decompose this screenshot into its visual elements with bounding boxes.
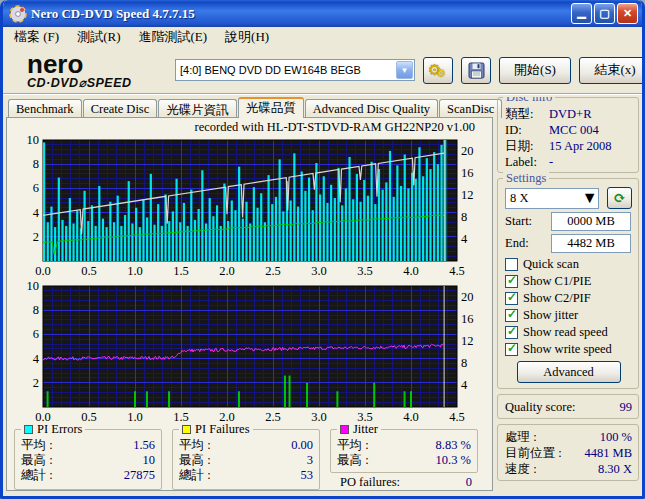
svg-text:2: 2: [33, 230, 39, 244]
menu-advanced-test[interactable]: 進階測試(E): [129, 27, 216, 47]
tab-scandisc[interactable]: ScanDisc: [439, 99, 502, 118]
checkbox-label: Quick scan: [523, 257, 579, 272]
pi-errors-avg: 1.56: [133, 438, 155, 453]
statistics-row: PI Errors 平均 :1.56 最高 :10 總計 :27875 PI F…: [10, 427, 489, 490]
pi-failures-max: 3: [307, 453, 313, 468]
tab-disc-info[interactable]: 光碟片資訊: [158, 99, 237, 118]
svg-text:0.0: 0.0: [35, 264, 51, 278]
tab-page: recorded with HL-DT-STDVD-RAM GH22NP20 v…: [6, 117, 493, 491]
disc-label-label: Label:: [505, 154, 549, 170]
floppy-disk-icon: [468, 62, 485, 79]
svg-text:8: 8: [33, 303, 39, 317]
chevron-down-icon[interactable]: ▼: [582, 189, 598, 207]
quality-score-label: Quality score:: [505, 399, 575, 415]
refresh-icon: ⟳: [613, 189, 626, 207]
svg-text:8: 8: [461, 210, 467, 224]
avg-label: 平均 :: [179, 438, 211, 453]
disc-info-title: Disc info: [503, 97, 555, 105]
svg-text:10: 10: [27, 281, 40, 293]
checkbox-quick-scan[interactable]: Quick scan: [505, 256, 632, 272]
options-button[interactable]: ⚙⚙: [423, 57, 453, 84]
svg-text:4: 4: [33, 352, 40, 366]
checkbox-show-c1-pie[interactable]: Show C1/PIE: [505, 273, 632, 289]
advanced-button[interactable]: Advanced: [517, 361, 621, 383]
pi-errors-title: PI Errors: [37, 422, 82, 437]
settings-title: Settings: [503, 171, 549, 186]
settings-group: Settings 8 X ▼ ⟳ Start: 0000 MB End: 448…: [497, 178, 639, 389]
app-icon: [9, 5, 27, 23]
maximize-button[interactable]: ▢: [594, 3, 615, 24]
svg-text:2.5: 2.5: [265, 410, 281, 424]
svg-text:3.5: 3.5: [357, 264, 373, 278]
svg-text:4: 4: [33, 206, 40, 220]
start-input[interactable]: 0000 MB: [551, 212, 631, 231]
close-icon: ✕: [623, 7, 632, 20]
svg-text:1.0: 1.0: [127, 410, 143, 424]
jitter-max: 10.3 %: [436, 453, 471, 468]
progress-value: 100 %: [600, 429, 632, 445]
close-button[interactable]: ✕: [617, 3, 638, 24]
svg-text:6: 6: [33, 327, 39, 341]
disc-date-label: 日期:: [505, 138, 549, 154]
svg-text:0.5: 0.5: [81, 264, 97, 278]
recorded-with-label: recorded with HL-DT-STDVD-RAM GH22NP20 v…: [10, 120, 489, 135]
pi-failures-box: PI Failures 平均 :0.00 最高 :3 總計 :53: [172, 429, 320, 490]
disc-label-value: -: [549, 154, 553, 170]
start-button[interactable]: 開始(S): [499, 57, 571, 84]
save-button[interactable]: [461, 57, 491, 84]
svg-text:4.0: 4.0: [403, 264, 419, 278]
checkbox-label: Show C1/PIE: [523, 274, 591, 289]
minimize-button[interactable]: ▁: [571, 3, 592, 24]
po-failures-label: PO failures:: [340, 475, 400, 490]
speed-label: 速度 :: [505, 461, 537, 477]
svg-text:4: 4: [461, 378, 468, 392]
disc-type-label: 類型:: [505, 106, 549, 122]
svg-text:4.0: 4.0: [403, 410, 419, 424]
pi-errors-max: 10: [143, 453, 156, 468]
jitter-title: Jitter: [353, 422, 378, 437]
menu-test[interactable]: 測試(R): [68, 27, 129, 47]
svg-text:1.0: 1.0: [127, 264, 143, 278]
checkbox-label: Show read speed: [523, 325, 608, 340]
svg-text:8: 8: [461, 356, 467, 370]
drive-selector-value: [4:0] BENQ DVD DD EW164B BEGB: [176, 64, 396, 76]
svg-text:4.5: 4.5: [449, 410, 465, 424]
checkbox-label: Show jitter: [523, 308, 578, 323]
main-content: Benchmark Create Disc 光碟片資訊 光碟品質 Advance…: [3, 94, 642, 494]
refresh-button[interactable]: ⟳: [607, 187, 632, 209]
checkbox-show-read-speed[interactable]: Show read speed: [505, 324, 632, 340]
quality-score-group: Quality score: 99: [497, 394, 639, 419]
svg-text:12: 12: [461, 334, 474, 348]
svg-text:4: 4: [461, 232, 468, 246]
chevron-down-icon[interactable]: ▼: [396, 61, 413, 79]
exit-button[interactable]: 結束(x): [579, 57, 645, 84]
checkbox-box: [505, 275, 518, 288]
checkbox-box: [505, 326, 518, 339]
drive-selector[interactable]: [4:0] BENQ DVD DD EW164B BEGB ▼: [175, 59, 415, 81]
end-input[interactable]: 4482 MB: [551, 234, 631, 253]
checkbox-show-c2-pif[interactable]: Show C2/PIF: [505, 290, 632, 306]
tab-create-disc[interactable]: Create Disc: [83, 99, 158, 118]
menu-help[interactable]: 說明(H): [216, 27, 278, 47]
svg-text:1.5: 1.5: [173, 264, 189, 278]
menu-file[interactable]: 檔案 (F): [5, 27, 68, 47]
tab-disc-quality[interactable]: 光碟品質: [238, 97, 304, 118]
speed-value: 8.30 X: [598, 461, 632, 477]
speed-selector[interactable]: 8 X ▼: [505, 188, 599, 209]
minimize-icon: ▁: [577, 6, 585, 19]
toolbar: nero CD·DVD⌀SPEED [4:0] BENQ DVD DD EW16…: [3, 47, 642, 94]
checkbox-show-jitter[interactable]: Show jitter: [505, 307, 632, 323]
disc-type-value: DVD+R: [549, 106, 591, 122]
window-title: Nero CD-DVD Speed 4.7.7.15: [31, 6, 571, 22]
pi-failures-swatch: [182, 425, 191, 434]
jitter-swatch: [340, 425, 349, 434]
checkbox-box: [505, 258, 518, 271]
checkbox-show-write-speed[interactable]: Show write speed: [505, 341, 632, 357]
total-label: 總計 :: [179, 468, 211, 483]
tab-advanced-disc-quality[interactable]: Advanced Disc Quality: [305, 99, 438, 118]
svg-text:20: 20: [461, 290, 474, 304]
tab-benchmark[interactable]: Benchmark: [8, 99, 82, 118]
menu-bar: 檔案 (F) 測試(R) 進階測試(E) 說明(H): [3, 27, 642, 47]
app-window: Nero CD-DVD Speed 4.7.7.15 ▁ ▢ ✕ 檔案 (F) …: [0, 0, 645, 499]
svg-text:2.0: 2.0: [219, 264, 235, 278]
